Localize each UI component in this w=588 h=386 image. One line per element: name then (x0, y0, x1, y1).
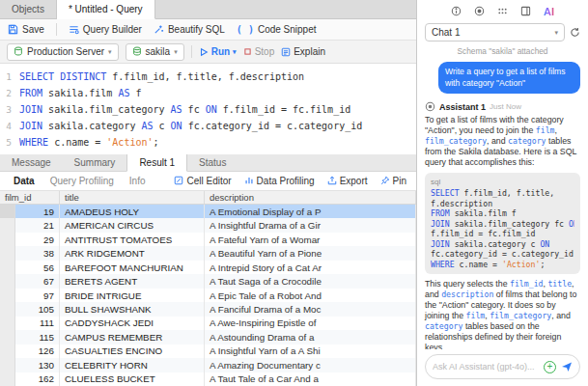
run-button[interactable]: Run ▾ (199, 46, 237, 57)
send-icon[interactable] (561, 361, 573, 372)
editor-line[interactable]: 2FROM sakila.film AS f (0, 85, 416, 101)
row-gutter[interactable] (0, 302, 15, 316)
cell-title[interactable]: BERETS AGENT (60, 274, 205, 288)
cell-film-id[interactable]: 130 (15, 358, 60, 372)
row-gutter[interactable] (0, 317, 15, 330)
row-gutter[interactable] (0, 218, 15, 232)
cell-film-id[interactable]: 162 (15, 372, 60, 386)
cell-film-id[interactable]: 19 (15, 205, 60, 218)
table-row[interactable]: 126CASUALTIES ENCINOA Insightful Yarn of… (0, 345, 416, 358)
cell-description[interactable]: A Epic Tale of a Robot And (205, 289, 416, 302)
column-header-description[interactable]: description (205, 191, 416, 204)
cell-film-id[interactable]: 38 (15, 246, 60, 260)
table-row[interactable]: 97BRIDE INTRIGUEA Epic Tale of a Robot A… (0, 289, 416, 302)
table-row[interactable]: 21AMERICAN CIRCUSA Insightful Drama of a… (0, 218, 416, 232)
cell-title[interactable]: CAMPUS REMEMBER (60, 330, 205, 344)
attach-plus-icon[interactable]: + (544, 361, 556, 373)
row-gutter[interactable] (0, 233, 15, 246)
cell-title[interactable]: AMERICAN CIRCUS (60, 218, 205, 232)
cell-description[interactable]: A Fateful Yarn of a Womar (205, 233, 416, 246)
cell-description[interactable]: A Fanciful Drama of a Moc (205, 302, 416, 316)
ai-assistant-input[interactable] (433, 362, 539, 372)
cell-description[interactable]: A Taut Tale of a Car And a (205, 372, 416, 386)
row-gutter[interactable] (0, 330, 15, 344)
cell-film-id[interactable]: 29 (15, 233, 60, 246)
row-gutter[interactable] (0, 274, 15, 288)
ai-logo[interactable]: AI (544, 6, 554, 17)
table-row[interactable]: 56BAREFOOT MANCHURIANA Intrepid Story of… (0, 261, 416, 274)
cell-description[interactable]: A Astounding Drama of a (205, 330, 416, 344)
pin-button[interactable]: Pin (380, 176, 406, 187)
chat-messages[interactable]: Write a query to get a list of films wit… (417, 59, 588, 349)
code-snippet-button[interactable]: ( ) Code Snippet (237, 24, 317, 35)
row-gutter[interactable] (0, 205, 15, 218)
cell-description[interactable]: A Taut Saga of a Crocodile (205, 274, 416, 288)
beautify-sql-button[interactable]: Beautify SQL (154, 24, 225, 35)
cell-description[interactable]: A Awe-Inspiring Epistle of (205, 317, 416, 330)
table-row[interactable]: 115CAMPUS REMEMBERA Astounding Drama of … (0, 330, 416, 344)
subtab-info[interactable]: Info (122, 176, 154, 186)
cell-title[interactable]: BULL SHAWSHANK (60, 302, 205, 316)
row-gutter[interactable] (0, 345, 15, 358)
cell-description[interactable]: A Insightful Yarn of a A Shi (205, 345, 416, 358)
editor-line[interactable]: 5WHERE c.name = 'Action'; (0, 134, 416, 151)
cell-title[interactable]: CLUELESS BUCKET (60, 372, 205, 386)
subtab-query-profiling[interactable]: Query Profiling (42, 176, 122, 186)
cell-film-id[interactable]: 105 (15, 302, 60, 316)
tab-summary[interactable]: Summary (63, 154, 127, 171)
cell-description[interactable]: A Emotional Display of a P (205, 205, 416, 218)
cell-description[interactable]: A Insightful Drama of a Gir (205, 218, 416, 232)
table-row[interactable]: 19AMADEUS HOLYA Emotional Display of a P (0, 205, 416, 218)
chat-select[interactable]: Chat 1 ▾ (425, 23, 565, 41)
cell-title[interactable]: CELEBRITY HORN (60, 358, 205, 372)
table-row[interactable]: 130CELEBRITY HORNA Amazing Documentary c (0, 358, 416, 372)
row-gutter[interactable] (0, 261, 15, 274)
cell-film-id[interactable]: 97 (15, 289, 60, 302)
column-header-film-id[interactable]: film_id (0, 191, 60, 204)
row-gutter[interactable] (0, 372, 15, 386)
table-row[interactable]: 111CADDYSHACK JEDIA Awe-Inspiring Epistl… (0, 317, 416, 330)
cell-description[interactable]: A Amazing Documentary c (205, 358, 416, 372)
tab-status[interactable]: Status (187, 154, 238, 171)
cell-editor-button[interactable]: Cell Editor (174, 176, 231, 187)
cell-description[interactable]: A Beautiful Yarn of a Pione (205, 246, 416, 260)
cell-title[interactable]: BAREFOOT MANCHURIAN (60, 261, 205, 274)
server-select[interactable]: Production Server ▾ (7, 43, 119, 61)
cell-film-id[interactable]: 111 (15, 317, 60, 330)
stop-button[interactable]: Stop (243, 46, 275, 57)
export-button[interactable]: Export (327, 176, 368, 187)
grid-dots-icon[interactable] (497, 3, 508, 20)
editor-line[interactable]: 3JOIN sakila.film_category AS fc ON f.fi… (0, 101, 416, 118)
target-icon[interactable] (474, 3, 485, 20)
cell-title[interactable]: ARK RIDGEMONT (60, 246, 205, 260)
table-row[interactable]: 38ARK RIDGEMONTA Beautiful Yarn of a Pio… (0, 246, 416, 260)
cell-title[interactable]: CADDYSHACK JEDI (60, 317, 205, 330)
row-gutter[interactable] (0, 358, 15, 372)
row-gutter[interactable] (0, 246, 15, 260)
table-row[interactable]: 105BULL SHAWSHANKA Fanciful Drama of a M… (0, 302, 416, 316)
cell-film-id[interactable]: 67 (15, 274, 60, 288)
table-row[interactable]: 162CLUELESS BUCKETA Taut Tale of a Car A… (0, 372, 416, 386)
layout-icon[interactable] (520, 3, 531, 20)
cell-title[interactable]: BRIDE INTRIGUE (60, 289, 205, 302)
cell-title[interactable]: AMADEUS HOLY (60, 205, 205, 218)
cell-description[interactable]: A Intrepid Story of a Cat Ar (205, 261, 416, 274)
tab-result-1[interactable]: Result 1 (126, 154, 187, 172)
cell-title[interactable]: CASUALTIES ENCINO (60, 345, 205, 358)
tab-untitled-query[interactable]: * Untitled - Query (57, 0, 155, 19)
explain-button[interactable]: Explain (281, 46, 325, 57)
data-profiling-button[interactable]: Data Profiling (244, 176, 315, 187)
table-row[interactable]: 67BERETS AGENTA Taut Saga of a Crocodile (0, 274, 416, 288)
row-gutter[interactable] (0, 289, 15, 302)
table-row[interactable]: 29ANTITRUST TOMATOESA Fateful Yarn of a … (0, 233, 416, 246)
sql-code-block[interactable]: sql SELECT f.film_id, f.title,f.descript… (425, 173, 580, 274)
editor-line[interactable]: 1SELECT DISTINCT f.film_id, f.title, f.d… (0, 69, 416, 85)
save-button[interactable]: Save (8, 24, 44, 35)
cell-film-id[interactable]: 115 (15, 330, 60, 344)
refresh-icon[interactable] (570, 24, 580, 41)
query-builder-button[interactable]: Query Builder (69, 24, 142, 35)
sql-editor[interactable]: 1SELECT DISTINCT f.film_id, f.title, f.d… (0, 64, 416, 154)
tab-message[interactable]: Message (0, 154, 63, 171)
subtab-data[interactable]: Data (6, 176, 42, 186)
tab-objects[interactable]: Objects (0, 0, 57, 18)
